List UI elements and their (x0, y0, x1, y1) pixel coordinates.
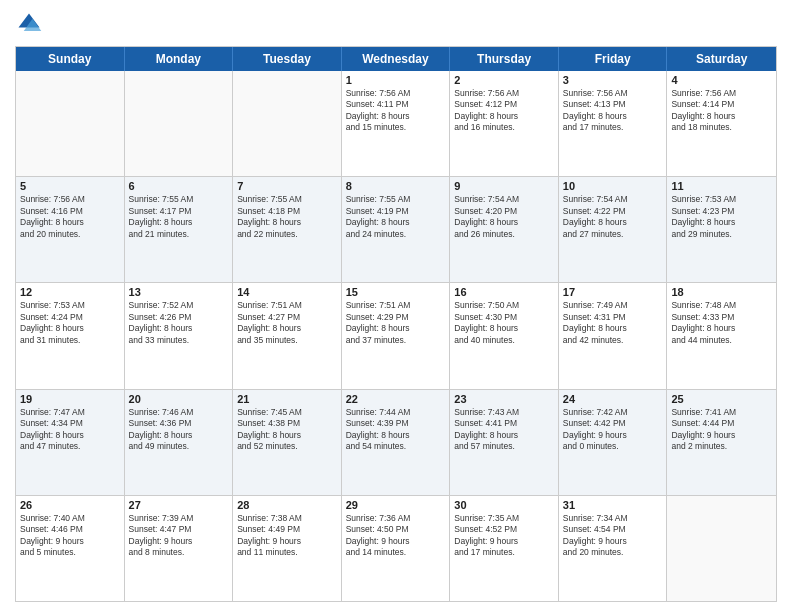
cell-info: Sunrise: 7:40 AM Sunset: 4:46 PM Dayligh… (20, 513, 120, 559)
day-number: 23 (454, 393, 554, 405)
calendar-header-row: SundayMondayTuesdayWednesdayThursdayFrid… (16, 47, 776, 71)
week-row-1: 1Sunrise: 7:56 AM Sunset: 4:11 PM Daylig… (16, 71, 776, 176)
cal-cell: 28Sunrise: 7:38 AM Sunset: 4:49 PM Dayli… (233, 496, 342, 601)
cal-cell: 31Sunrise: 7:34 AM Sunset: 4:54 PM Dayli… (559, 496, 668, 601)
day-number: 27 (129, 499, 229, 511)
cell-info: Sunrise: 7:52 AM Sunset: 4:26 PM Dayligh… (129, 300, 229, 346)
week-row-2: 5Sunrise: 7:56 AM Sunset: 4:16 PM Daylig… (16, 176, 776, 282)
cell-info: Sunrise: 7:54 AM Sunset: 4:22 PM Dayligh… (563, 194, 663, 240)
cal-cell: 12Sunrise: 7:53 AM Sunset: 4:24 PM Dayli… (16, 283, 125, 388)
cal-cell: 25Sunrise: 7:41 AM Sunset: 4:44 PM Dayli… (667, 390, 776, 495)
cell-info: Sunrise: 7:35 AM Sunset: 4:52 PM Dayligh… (454, 513, 554, 559)
day-number: 28 (237, 499, 337, 511)
cell-info: Sunrise: 7:42 AM Sunset: 4:42 PM Dayligh… (563, 407, 663, 453)
day-number: 16 (454, 286, 554, 298)
day-number: 12 (20, 286, 120, 298)
header-cell-wednesday: Wednesday (342, 47, 451, 71)
logo (15, 10, 47, 38)
day-number: 31 (563, 499, 663, 511)
cell-info: Sunrise: 7:55 AM Sunset: 4:18 PM Dayligh… (237, 194, 337, 240)
cal-cell: 7Sunrise: 7:55 AM Sunset: 4:18 PM Daylig… (233, 177, 342, 282)
day-number: 22 (346, 393, 446, 405)
cal-cell: 15Sunrise: 7:51 AM Sunset: 4:29 PM Dayli… (342, 283, 451, 388)
cell-info: Sunrise: 7:46 AM Sunset: 4:36 PM Dayligh… (129, 407, 229, 453)
header-cell-monday: Monday (125, 47, 234, 71)
cal-cell (125, 71, 234, 176)
cal-cell: 16Sunrise: 7:50 AM Sunset: 4:30 PM Dayli… (450, 283, 559, 388)
page: SundayMondayTuesdayWednesdayThursdayFrid… (0, 0, 792, 612)
cell-info: Sunrise: 7:53 AM Sunset: 4:24 PM Dayligh… (20, 300, 120, 346)
day-number: 24 (563, 393, 663, 405)
cal-cell: 20Sunrise: 7:46 AM Sunset: 4:36 PM Dayli… (125, 390, 234, 495)
cell-info: Sunrise: 7:45 AM Sunset: 4:38 PM Dayligh… (237, 407, 337, 453)
cell-info: Sunrise: 7:48 AM Sunset: 4:33 PM Dayligh… (671, 300, 772, 346)
week-row-3: 12Sunrise: 7:53 AM Sunset: 4:24 PM Dayli… (16, 282, 776, 388)
cell-info: Sunrise: 7:53 AM Sunset: 4:23 PM Dayligh… (671, 194, 772, 240)
day-number: 26 (20, 499, 120, 511)
cell-info: Sunrise: 7:55 AM Sunset: 4:17 PM Dayligh… (129, 194, 229, 240)
day-number: 14 (237, 286, 337, 298)
day-number: 17 (563, 286, 663, 298)
cell-info: Sunrise: 7:34 AM Sunset: 4:54 PM Dayligh… (563, 513, 663, 559)
cal-cell (233, 71, 342, 176)
calendar: SundayMondayTuesdayWednesdayThursdayFrid… (15, 46, 777, 602)
cal-cell: 21Sunrise: 7:45 AM Sunset: 4:38 PM Dayli… (233, 390, 342, 495)
cal-cell: 29Sunrise: 7:36 AM Sunset: 4:50 PM Dayli… (342, 496, 451, 601)
cal-cell: 6Sunrise: 7:55 AM Sunset: 4:17 PM Daylig… (125, 177, 234, 282)
day-number: 5 (20, 180, 120, 192)
cal-cell: 11Sunrise: 7:53 AM Sunset: 4:23 PM Dayli… (667, 177, 776, 282)
cal-cell: 1Sunrise: 7:56 AM Sunset: 4:11 PM Daylig… (342, 71, 451, 176)
week-row-5: 26Sunrise: 7:40 AM Sunset: 4:46 PM Dayli… (16, 495, 776, 601)
cal-cell: 30Sunrise: 7:35 AM Sunset: 4:52 PM Dayli… (450, 496, 559, 601)
cal-cell: 17Sunrise: 7:49 AM Sunset: 4:31 PM Dayli… (559, 283, 668, 388)
header-cell-tuesday: Tuesday (233, 47, 342, 71)
cal-cell: 9Sunrise: 7:54 AM Sunset: 4:20 PM Daylig… (450, 177, 559, 282)
day-number: 19 (20, 393, 120, 405)
cal-cell: 8Sunrise: 7:55 AM Sunset: 4:19 PM Daylig… (342, 177, 451, 282)
cal-cell: 27Sunrise: 7:39 AM Sunset: 4:47 PM Dayli… (125, 496, 234, 601)
cal-cell: 10Sunrise: 7:54 AM Sunset: 4:22 PM Dayli… (559, 177, 668, 282)
cell-info: Sunrise: 7:56 AM Sunset: 4:13 PM Dayligh… (563, 88, 663, 134)
cell-info: Sunrise: 7:56 AM Sunset: 4:14 PM Dayligh… (671, 88, 772, 134)
cell-info: Sunrise: 7:39 AM Sunset: 4:47 PM Dayligh… (129, 513, 229, 559)
cell-info: Sunrise: 7:41 AM Sunset: 4:44 PM Dayligh… (671, 407, 772, 453)
cell-info: Sunrise: 7:43 AM Sunset: 4:41 PM Dayligh… (454, 407, 554, 453)
day-number: 3 (563, 74, 663, 86)
cell-info: Sunrise: 7:36 AM Sunset: 4:50 PM Dayligh… (346, 513, 446, 559)
cell-info: Sunrise: 7:44 AM Sunset: 4:39 PM Dayligh… (346, 407, 446, 453)
cell-info: Sunrise: 7:56 AM Sunset: 4:11 PM Dayligh… (346, 88, 446, 134)
cell-info: Sunrise: 7:56 AM Sunset: 4:12 PM Dayligh… (454, 88, 554, 134)
cell-info: Sunrise: 7:38 AM Sunset: 4:49 PM Dayligh… (237, 513, 337, 559)
cal-cell: 26Sunrise: 7:40 AM Sunset: 4:46 PM Dayli… (16, 496, 125, 601)
header (15, 10, 777, 38)
cal-cell: 3Sunrise: 7:56 AM Sunset: 4:13 PM Daylig… (559, 71, 668, 176)
cal-cell: 5Sunrise: 7:56 AM Sunset: 4:16 PM Daylig… (16, 177, 125, 282)
cal-cell: 4Sunrise: 7:56 AM Sunset: 4:14 PM Daylig… (667, 71, 776, 176)
cal-cell: 24Sunrise: 7:42 AM Sunset: 4:42 PM Dayli… (559, 390, 668, 495)
cal-cell: 19Sunrise: 7:47 AM Sunset: 4:34 PM Dayli… (16, 390, 125, 495)
cell-info: Sunrise: 7:54 AM Sunset: 4:20 PM Dayligh… (454, 194, 554, 240)
header-cell-saturday: Saturday (667, 47, 776, 71)
week-row-4: 19Sunrise: 7:47 AM Sunset: 4:34 PM Dayli… (16, 389, 776, 495)
cell-info: Sunrise: 7:55 AM Sunset: 4:19 PM Dayligh… (346, 194, 446, 240)
cell-info: Sunrise: 7:47 AM Sunset: 4:34 PM Dayligh… (20, 407, 120, 453)
day-number: 18 (671, 286, 772, 298)
day-number: 21 (237, 393, 337, 405)
calendar-body: 1Sunrise: 7:56 AM Sunset: 4:11 PM Daylig… (16, 71, 776, 601)
day-number: 8 (346, 180, 446, 192)
day-number: 13 (129, 286, 229, 298)
cal-cell (667, 496, 776, 601)
cell-info: Sunrise: 7:56 AM Sunset: 4:16 PM Dayligh… (20, 194, 120, 240)
cell-info: Sunrise: 7:49 AM Sunset: 4:31 PM Dayligh… (563, 300, 663, 346)
cal-cell: 2Sunrise: 7:56 AM Sunset: 4:12 PM Daylig… (450, 71, 559, 176)
day-number: 2 (454, 74, 554, 86)
day-number: 1 (346, 74, 446, 86)
day-number: 25 (671, 393, 772, 405)
cal-cell: 14Sunrise: 7:51 AM Sunset: 4:27 PM Dayli… (233, 283, 342, 388)
cal-cell: 13Sunrise: 7:52 AM Sunset: 4:26 PM Dayli… (125, 283, 234, 388)
day-number: 30 (454, 499, 554, 511)
day-number: 9 (454, 180, 554, 192)
day-number: 20 (129, 393, 229, 405)
cal-cell: 22Sunrise: 7:44 AM Sunset: 4:39 PM Dayli… (342, 390, 451, 495)
day-number: 10 (563, 180, 663, 192)
